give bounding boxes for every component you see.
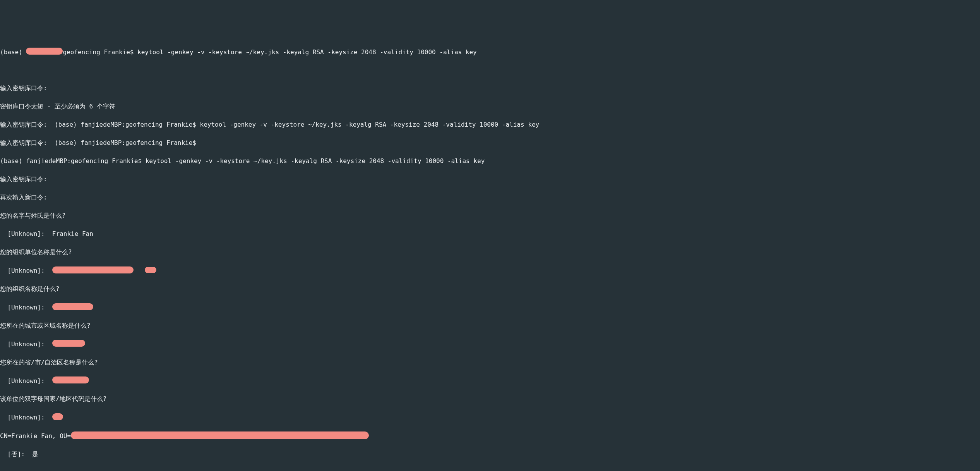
redaction-mark <box>52 266 134 273</box>
terminal-line: 该单位的双字母国家/地区代码是什么? <box>0 394 980 404</box>
terminal-line: [Unknown]: <box>0 303 980 312</box>
unknown-prompt: [Unknown]: <box>0 414 52 421</box>
terminal-line: [否]: 是 <box>0 450 980 459</box>
terminal-line: 输入密钥库口令: (base) fanjiedeMBP:geofencing F… <box>0 120 980 129</box>
terminal-line: [Unknown]: <box>0 413 980 422</box>
terminal-line: 您的名字与姓氏是什么? <box>0 211 980 220</box>
redaction-mark <box>71 431 369 439</box>
terminal-line: 输入密钥库口令: (base) fanjiedeMBP:geofencing F… <box>0 138 980 148</box>
terminal-line: 您的组织名称是什么? <box>0 284 980 294</box>
command-text: geofencing Frankie$ keytool -genkey -v -… <box>63 48 476 55</box>
unknown-prompt: [Unknown]: <box>0 267 52 274</box>
redaction-mark <box>52 340 85 347</box>
unknown-prompt: [Unknown]: <box>0 304 52 311</box>
terminal-line: 输入密钥库口令: <box>0 84 980 93</box>
terminal-line <box>0 65 980 75</box>
redaction-mark <box>145 267 156 273</box>
terminal-line: (base) geofencing Frankie$ keytool -genk… <box>0 47 980 57</box>
unknown-prompt: [Unknown]: <box>0 377 52 384</box>
terminal-line: [Unknown]: <box>0 376 980 385</box>
terminal-output[interactable]: (base) geofencing Frankie$ keytool -genk… <box>0 38 980 471</box>
terminal-line: 您所在的城市或区域名称是什么? <box>0 321 980 330</box>
terminal-line: [Unknown]: Frankie Fan <box>0 229 980 239</box>
redaction-mark <box>52 413 63 420</box>
terminal-line: [Unknown]: <box>0 266 980 275</box>
terminal-line <box>0 468 980 471</box>
redaction-mark <box>52 376 89 383</box>
redaction-mark <box>26 48 63 55</box>
terminal-line: 密钥库口令太短 - 至少必须为 6 个字符 <box>0 102 980 111</box>
terminal-line: CN=Frankie Fan, OU= <box>0 431 980 440</box>
cn-prefix: CN=Frankie Fan, OU= <box>0 432 71 440</box>
prompt-prefix: (base) <box>0 48 26 55</box>
terminal-line: (base) fanjiedeMBP:geofencing Frankie$ k… <box>0 156 980 166</box>
terminal-line: 您的组织单位名称是什么? <box>0 248 980 257</box>
redaction-mark <box>52 303 93 310</box>
terminal-line: 再次输入新口令: <box>0 193 980 202</box>
unknown-prompt: [Unknown]: <box>0 340 52 348</box>
terminal-line: 输入密钥库口令: <box>0 175 980 184</box>
terminal-line: [Unknown]: <box>0 339 980 349</box>
terminal-line: 您所在的省/市/自治区名称是什么? <box>0 358 980 367</box>
